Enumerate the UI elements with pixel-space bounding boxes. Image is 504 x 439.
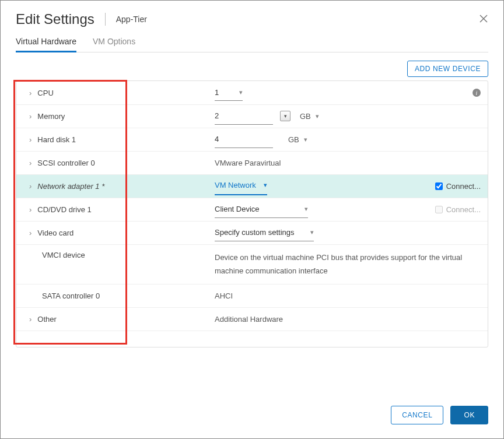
row-memory-value-cell: 2 ▾ GB ▾ — [215, 108, 481, 124]
chevron-down-icon: ▾ — [264, 180, 267, 191]
chevron-right-icon: › — [29, 112, 32, 121]
cpu-count-value: 1 — [215, 86, 219, 99]
video-settings-value: Specify custom settings — [215, 226, 295, 239]
row-other-label: Other — [37, 315, 57, 324]
tab-vm-options[interactable]: VM Options — [93, 33, 135, 52]
toolbar: ADD NEW DEVICE — [16, 61, 488, 77]
network-select-value: VM Network — [215, 178, 256, 192]
info-icon[interactable]: i — [473, 89, 481, 97]
cd-connect-label: Connect... — [446, 205, 481, 214]
cd-device-value: Client Device — [215, 202, 260, 216]
row-sata: SATA controller 0 AHCI — [16, 284, 488, 307]
row-memory-label: Memory — [37, 112, 65, 121]
row-cd-dvd: › CD/DVD drive 1 Client Device ▾ Connect… — [16, 198, 488, 221]
close-icon[interactable] — [479, 13, 488, 25]
cd-device-select[interactable]: Client Device ▾ — [215, 201, 308, 217]
chevron-right-icon: › — [29, 135, 32, 144]
row-hard-disk-label: Hard disk 1 — [37, 135, 76, 144]
chevron-down-icon: ▾ — [316, 111, 319, 122]
dialog-subtitle: App-Tier — [116, 15, 147, 24]
header-left: Edit Settings App-Tier — [16, 11, 147, 27]
row-other: › Other Additional Hardware — [16, 307, 488, 331]
chevron-right-icon: › — [29, 159, 32, 167]
hard-disk-unit-value: GB — [288, 133, 299, 146]
dialog-title: Edit Settings — [16, 11, 94, 27]
row-video-label: Video card — [37, 229, 74, 237]
memory-size-input[interactable]: 2 — [215, 108, 273, 124]
row-cd-value-cell: Client Device ▾ — [215, 201, 428, 217]
hard-disk-size-input[interactable]: 4 — [215, 131, 273, 147]
hard-disk-unit-select[interactable]: GB ▾ — [288, 133, 307, 146]
row-cpu-label: CPU — [37, 89, 53, 97]
row-cpu-value-cell: 1 ▾ — [215, 85, 481, 101]
row-other-label-cell[interactable]: › Other — [16, 315, 215, 324]
row-vmci-value: Device on the virtual machine PCI bus th… — [215, 251, 481, 278]
row-sata-value: AHCI — [215, 289, 481, 303]
row-cpu-label-cell[interactable]: › CPU — [16, 89, 215, 97]
row-net-value-cell: VM Network ▾ — [215, 177, 428, 195]
chevron-right-icon: › — [29, 89, 32, 97]
row-empty — [16, 331, 488, 347]
net-connect-label: Connect... — [446, 182, 481, 191]
row-hard-disk-value-cell: 4 GB ▾ — [215, 131, 481, 147]
row-cd-label: CD/DVD drive 1 — [37, 205, 91, 214]
row-scsi-label: SCSI controller 0 — [37, 159, 94, 167]
video-settings-select[interactable]: Specify custom settings ▾ — [215, 224, 314, 241]
chevron-down-icon: ▾ — [310, 227, 314, 238]
row-sata-label-cell: SATA controller 0 — [16, 292, 215, 300]
dialog-footer: CANCEL OK — [391, 406, 488, 424]
row-cd-label-cell[interactable]: › CD/DVD drive 1 — [16, 205, 215, 214]
tab-virtual-hardware[interactable]: Virtual Hardware — [16, 33, 76, 52]
row-scsi-label-cell[interactable]: › SCSI controller 0 — [16, 159, 215, 167]
row-net-label: Network adapter 1 * — [37, 182, 104, 191]
memory-unit-value: GB — [300, 110, 311, 123]
row-scsi: › SCSI controller 0 VMware Paravirtual — [16, 151, 488, 174]
row-memory: › Memory 2 ▾ GB ▾ — [16, 104, 488, 128]
row-network-adapter: › Network adapter 1 * VM Network ▾ Conne… — [16, 174, 488, 198]
edit-settings-dialog: Edit Settings App-Tier Virtual Hardware … — [0, 0, 504, 439]
row-memory-label-cell[interactable]: › Memory — [16, 112, 215, 121]
add-new-device-button[interactable]: ADD NEW DEVICE — [407, 61, 488, 77]
row-vmci: VMCI device Device on the virtual machin… — [16, 244, 488, 284]
chevron-right-icon: › — [29, 229, 32, 237]
cpu-count-select[interactable]: 1 ▾ — [215, 85, 243, 101]
row-net-label-cell[interactable]: › Network adapter 1 * — [16, 182, 215, 191]
memory-unit-select[interactable]: GB ▾ — [300, 110, 319, 123]
row-vmci-label-cell: VMCI device — [16, 251, 215, 259]
row-cpu: › CPU 1 ▾ i — [16, 81, 488, 104]
chevron-down-icon: ▾ — [239, 87, 243, 99]
row-hard-disk: › Hard disk 1 4 GB ▾ — [16, 128, 488, 151]
title-divider — [105, 13, 106, 26]
chevron-down-icon: ▾ — [304, 134, 307, 146]
hardware-grid: › CPU 1 ▾ i › Memory 2 ▾ — [16, 80, 488, 347]
memory-stepper-button[interactable]: ▾ — [280, 111, 290, 121]
cancel-button[interactable]: CANCEL — [391, 406, 443, 424]
row-cd-connect: Connect... — [428, 204, 481, 215]
row-video-value-cell: Specify custom settings ▾ — [215, 224, 481, 241]
chevron-right-icon: › — [29, 182, 32, 191]
row-video-label-cell[interactable]: › Video card — [16, 229, 215, 237]
dialog-header: Edit Settings App-Tier — [16, 11, 488, 27]
row-other-value: Additional Hardware — [215, 312, 481, 326]
row-net-connect: Connect... — [428, 181, 481, 192]
tab-bar: Virtual Hardware VM Options — [16, 33, 488, 52]
chevron-right-icon: › — [29, 205, 32, 214]
hard-disk-size-value: 4 — [215, 132, 219, 146]
chevron-right-icon: › — [29, 315, 32, 324]
network-select[interactable]: VM Network ▾ — [215, 177, 267, 195]
chevron-down-icon: ▾ — [304, 203, 308, 215]
row-scsi-value: VMware Paravirtual — [215, 156, 481, 170]
row-hard-disk-label-cell[interactable]: › Hard disk 1 — [16, 135, 215, 144]
net-connect-checkbox[interactable] — [435, 182, 443, 190]
memory-size-value: 2 — [215, 109, 219, 122]
cd-connect-checkbox — [435, 206, 443, 213]
ok-button[interactable]: OK — [450, 406, 488, 424]
row-video-card: › Video card Specify custom settings ▾ — [16, 221, 488, 244]
row-sata-label: SATA controller 0 — [42, 292, 100, 300]
row-vmci-label: VMCI device — [42, 251, 85, 259]
